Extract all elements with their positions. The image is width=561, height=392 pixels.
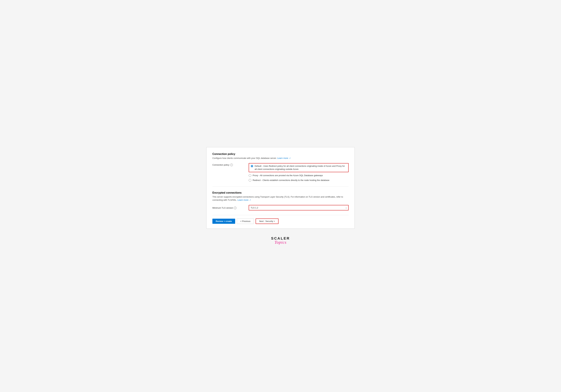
connection-policy-info-icon[interactable]: i <box>230 164 233 166</box>
radio-proxy-input[interactable] <box>249 174 251 177</box>
previous-button[interactable]: < Previous <box>237 218 254 224</box>
radio-option-redirect[interactable]: Redirect - Clients establish connections… <box>249 179 349 182</box>
radio-redirect-label[interactable]: Redirect - Clients establish connections… <box>253 179 329 182</box>
encrypted-connections-learn-more[interactable]: Learn more ↗ <box>237 199 251 201</box>
connection-policy-description: Configure how clients communicate with y… <box>212 156 349 160</box>
section-divider <box>212 186 349 187</box>
topics-text: Topics <box>271 240 290 245</box>
connection-policy-section: Connection policy Configure how clients … <box>212 153 349 182</box>
encrypted-connections-description: This server supports encrypted connectio… <box>212 195 349 202</box>
main-card: Connection policy Configure how clients … <box>206 147 355 229</box>
tls-select-wrapper: TLS 1.0 TLS 1.1 TLS 1.2 ⌄ <box>249 205 349 210</box>
radio-option-proxy[interactable]: Proxy - All connections are proxied via … <box>249 174 349 177</box>
tls-label: Minimum TLS version i <box>212 206 249 209</box>
connection-policy-learn-more[interactable]: Learn more ↗ <box>277 157 291 159</box>
connection-policy-row: Connection policy i Default - Uses Redir… <box>212 163 349 182</box>
radio-default-label[interactable]: Default - Uses Redirect policy for all c… <box>255 165 347 171</box>
scaler-text: SCALER <box>271 237 290 240</box>
tls-info-icon[interactable]: i <box>234 207 237 209</box>
encrypted-connections-title: Encrypted connections <box>212 191 349 194</box>
radio-proxy-label[interactable]: Proxy - All connections are proxied via … <box>253 174 323 177</box>
connection-policy-label: Connection policy i <box>212 163 249 166</box>
footer-buttons: Review + create < Previous Next : Securi… <box>212 215 349 224</box>
tls-row: Minimum TLS version i TLS 1.0 TLS 1.1 TL… <box>212 205 349 210</box>
connection-policy-options: Default - Uses Redirect policy for all c… <box>249 163 349 182</box>
external-link-icon: ↗ <box>289 157 291 160</box>
encrypted-connections-section: Encrypted connections This server suppor… <box>212 191 349 210</box>
next-security-button[interactable]: Next : Security > <box>256 218 279 224</box>
radio-redirect-input[interactable] <box>249 179 251 182</box>
connection-policy-title: Connection policy <box>212 153 349 155</box>
radio-option-default[interactable]: Default - Uses Redirect policy for all c… <box>249 163 349 172</box>
external-link-icon-2: ↗ <box>249 199 251 202</box>
review-create-button[interactable]: Review + create <box>212 219 235 224</box>
tls-version-select[interactable]: TLS 1.0 TLS 1.1 TLS 1.2 <box>249 205 349 210</box>
radio-default-input[interactable] <box>251 165 253 167</box>
scaler-logo: SCALER Topics <box>271 237 290 245</box>
